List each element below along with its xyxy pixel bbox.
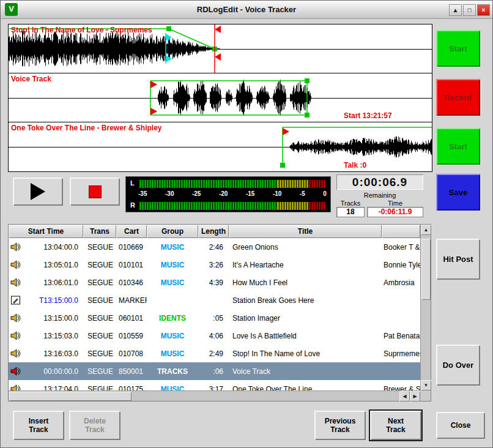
log-table: Start Time Trans Cart Group Length Title…	[8, 224, 431, 401]
cell-group: TRACKS	[147, 367, 198, 376]
cell-length: :06	[198, 367, 229, 376]
log-table-header: Start Time Trans Cart Group Length Title	[9, 225, 420, 238]
save-button[interactable]: Save	[436, 174, 480, 211]
cell-title: Love Is A Battlefield	[229, 332, 382, 340]
start-incoming-button[interactable]: Start	[436, 128, 480, 165]
cell-start-time: 13:06:01.0	[9, 277, 83, 288]
table-row[interactable]: 13:05:01.0SEGUE010101MUSIC3:26It's A Hea…	[9, 256, 420, 274]
cell-artist: Ambrosia	[382, 278, 420, 287]
cell-cart: MARKER	[116, 296, 147, 305]
stop-button[interactable]	[70, 177, 120, 206]
cell-cart: 010708	[116, 349, 147, 358]
scroll-right-icon[interactable]: ▶	[410, 391, 420, 401]
speaker-icon	[10, 330, 21, 341]
scrollbar-corner	[420, 390, 431, 401]
waveform-deck: Stop! In The Name of Love - Suprmemes Vo…	[8, 24, 432, 172]
speaker-icon	[10, 313, 21, 323]
delete-track-button[interactable]: Delete Track	[69, 411, 120, 440]
track-panel-outgoing[interactable]: Stop! In The Name of Love - Suprmemes	[9, 24, 432, 73]
cell-title: Station Imager	[229, 314, 382, 323]
close-window-icon[interactable]: ×	[477, 4, 490, 16]
scroll-down-icon[interactable]: ▼	[421, 380, 431, 390]
speaker-icon	[10, 242, 21, 252]
play-icon	[31, 183, 45, 200]
cell-length: 2:46	[198, 243, 229, 252]
shade-window-icon[interactable]: ▲	[449, 4, 462, 16]
cell-cart: 010559	[116, 332, 147, 340]
speaker-icon	[10, 259, 21, 270]
meter-scale-label: -20	[219, 190, 228, 197]
play-button[interactable]	[13, 177, 63, 206]
cell-length: :05	[198, 314, 229, 323]
cell-trans: SEGUE	[83, 243, 116, 252]
cell-cart: 060101	[116, 314, 147, 323]
cell-cart: 010669	[116, 243, 147, 252]
record-button[interactable]: Record	[436, 79, 480, 116]
scroll-left-icon[interactable]: ◀	[399, 391, 410, 401]
next-track-button[interactable]: Next Track	[370, 411, 421, 440]
cell-trans: SEGUE	[83, 278, 116, 287]
speaker-icon-red	[10, 366, 21, 376]
tracks-remaining-value: 18	[336, 207, 365, 217]
table-row[interactable]: 13:15:00.0SEGUE060101IDENTS:05Station Im…	[9, 309, 420, 327]
cell-group: MUSIC	[147, 261, 198, 269]
header-trans[interactable]: Trans	[83, 225, 116, 238]
header-length[interactable]: Length	[198, 225, 229, 238]
table-row[interactable]: T13:15:00.0SEGUEMARKERStation Break Goes…	[9, 291, 420, 309]
previous-track-button[interactable]: Previous Track	[314, 411, 366, 440]
cell-length: 4:39	[198, 278, 229, 287]
header-title[interactable]: Title	[229, 225, 382, 238]
incoming-track-title: One Toke Over The Line - Brewer & Shiple…	[11, 124, 162, 132]
table-row[interactable]: 13:16:03.0SEGUE010708MUSIC2:49Stop! In T…	[9, 345, 420, 362]
talk-time-note: Talk :0	[344, 161, 366, 170]
window-title: RDLogEdit - Voice Tracker	[1, 5, 492, 14]
header-group[interactable]: Group	[147, 225, 198, 238]
outgoing-track-title: Stop! In The Name of Love - Suprmemes	[11, 26, 152, 34]
do-over-button[interactable]: Do Over	[436, 345, 480, 386]
table-row[interactable]: 13:06:01.0SEGUE010346MUSIC4:39How Much I…	[9, 274, 420, 291]
meter-bar-left	[139, 180, 325, 188]
insert-track-button[interactable]: Insert Track	[13, 411, 64, 440]
cell-artist: Bonnie Tyle	[382, 261, 420, 269]
cell-start-time: 13:04:00.0	[9, 242, 83, 252]
meter-scale-label: 0	[323, 190, 327, 197]
header-cart[interactable]: Cart	[116, 225, 147, 238]
meter-scale: -35-30-25-20-15-10-50	[138, 190, 327, 197]
cell-length: 3:26	[198, 261, 229, 269]
cell-length: 4:06	[198, 332, 229, 340]
cell-trans: SEGUE	[83, 332, 116, 340]
meter-scale-label: -25	[192, 190, 201, 197]
vertical-scrollbar[interactable]: ▲ ▼	[420, 225, 431, 390]
table-row[interactable]: 00:00:00.0SEGUE850001TRACKS:06Voice Trac…	[9, 362, 420, 380]
meter-left-label: L	[130, 179, 135, 187]
cell-cart: 850001	[116, 367, 147, 376]
audio-level-meter: L -35-30-25-20-15-10-50 R	[125, 176, 331, 212]
track-panel-voice[interactable]: Voice Track Start 13:21:57	[9, 73, 432, 122]
cell-start-time: 13:15:00.0	[9, 313, 83, 323]
horizontal-scrollbar[interactable]: ◀ ▶	[9, 390, 420, 401]
cell-artist: Booker T &	[382, 243, 420, 252]
header-start-time[interactable]: Start Time	[9, 225, 83, 238]
cell-artist: Suprmemes	[382, 349, 420, 358]
maximize-window-icon[interactable]: □	[463, 4, 476, 16]
hit-post-button[interactable]: Hit Post	[436, 239, 480, 280]
scroll-up-icon[interactable]: ▲	[421, 225, 431, 235]
meter-right-label: R	[130, 201, 135, 209]
table-row[interactable]: 13:04:00.0SEGUE010669MUSIC2:46Green Onio…	[9, 238, 420, 256]
horizontal-scroll-thumb[interactable]	[9, 392, 132, 401]
track-panel-incoming[interactable]: One Toke Over The Line - Brewer & Shiple…	[9, 122, 432, 171]
vertical-scroll-thumb[interactable]	[421, 239, 431, 300]
stop-icon	[89, 185, 102, 198]
cell-group: MUSIC	[147, 243, 198, 252]
cell-artist: Pat Benatar	[382, 332, 420, 340]
cell-start-time: 13:05:01.0	[9, 259, 83, 270]
tracks-remaining-label: Tracks	[336, 200, 365, 207]
table-row[interactable]: 13:15:03.0SEGUE010559MUSIC4:06Love Is A …	[9, 327, 420, 345]
cell-start-time: 00:00:00.0	[9, 366, 83, 376]
cell-cart: 010101	[116, 261, 147, 269]
cell-trans: SEGUE	[83, 314, 116, 323]
cell-title: Green Onions	[229, 243, 382, 252]
header-artist[interactable]	[382, 225, 420, 238]
start-outgoing-button[interactable]: Start	[436, 30, 480, 67]
close-button[interactable]: Close	[436, 412, 485, 439]
